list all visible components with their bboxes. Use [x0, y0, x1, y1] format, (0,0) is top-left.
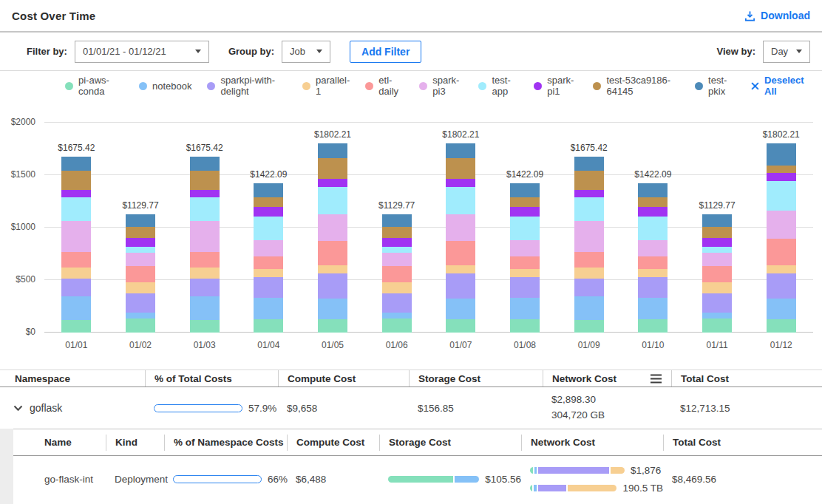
bar-segment-parallel-1[interactable]: [767, 265, 796, 273]
bar-segment-test-pkix[interactable]: [702, 214, 732, 228]
bar-segment-test-app[interactable]: [638, 217, 668, 239]
bar-segment-test-app[interactable]: [574, 197, 604, 221]
bar-segment-parallel-1[interactable]: [510, 269, 540, 277]
legend-item-test-app[interactable]: test-app: [478, 75, 518, 97]
bar-segment-spark-pi3[interactable]: [446, 214, 475, 241]
bar-segment-test-53ca9186-64145[interactable]: [574, 171, 604, 190]
legend-item-test-pkix[interactable]: test-pkix: [695, 75, 736, 97]
bar-segment-test-app[interactable]: [702, 247, 732, 253]
bar-segment-etl-daily[interactable]: [61, 252, 91, 268]
bar-segment-sparkpi-with-delight[interactable]: [382, 293, 412, 313]
bar-segment-pi-aws-conda[interactable]: [702, 319, 732, 333]
bar-segment-etl-daily[interactable]: [318, 241, 347, 265]
bar-segment-spark-pi3[interactable]: [702, 253, 732, 266]
bar-segment-notebook[interactable]: [61, 296, 91, 320]
bar-segment-etl-daily[interactable]: [574, 252, 604, 268]
bar-segment-spark-pi1[interactable]: [702, 238, 732, 247]
bar-segment-notebook[interactable]: [382, 313, 412, 319]
stacked-bar[interactable]: [254, 183, 283, 333]
bar-segment-test-app[interactable]: [318, 187, 347, 214]
bar-segment-etl-daily[interactable]: [382, 266, 412, 282]
bar-segment-spark-pi3[interactable]: [767, 211, 796, 239]
bar-segment-spark-pi3[interactable]: [382, 253, 412, 266]
bar-segment-sparkpi-with-delight[interactable]: [574, 279, 604, 296]
bar-segment-test-53ca9186-64145[interactable]: [126, 227, 155, 238]
bar-segment-test-53ca9186-64145[interactable]: [510, 197, 540, 207]
bar-segment-etl-daily[interactable]: [254, 256, 283, 270]
bar-segment-sparkpi-with-delight[interactable]: [190, 279, 220, 296]
stacked-bar[interactable]: [382, 214, 412, 333]
bar-segment-spark-pi3[interactable]: [61, 221, 91, 252]
stacked-bar[interactable]: [318, 143, 347, 333]
legend-item-pi-aws-conda[interactable]: pi-aws-conda: [65, 75, 123, 97]
bar-segment-test-pkix[interactable]: [638, 183, 668, 197]
bar-segment-etl-daily[interactable]: [510, 256, 540, 270]
stacked-bar[interactable]: [574, 157, 604, 333]
bar-segment-pi-aws-conda[interactable]: [190, 320, 220, 333]
bar-segment-test-pkix[interactable]: [190, 157, 220, 170]
chevron-down-icon[interactable]: [13, 405, 23, 412]
bar-segment-notebook[interactable]: [702, 313, 732, 319]
bar-segment-test-53ca9186-64145[interactable]: [638, 197, 668, 207]
bar-segment-spark-pi3[interactable]: [574, 221, 604, 252]
bar-segment-notebook[interactable]: [574, 296, 604, 320]
bar-segment-parallel-1[interactable]: [574, 268, 604, 279]
bar-segment-test-53ca9186-64145[interactable]: [702, 227, 732, 238]
legend-item-sparkpi-with-delight[interactable]: sparkpi-with-delight: [207, 75, 287, 97]
bar-segment-spark-pi1[interactable]: [254, 207, 283, 217]
bar-segment-etl-daily[interactable]: [767, 239, 796, 265]
bar-segment-spark-pi3[interactable]: [254, 240, 283, 256]
bar-segment-parallel-1[interactable]: [382, 282, 412, 293]
bar-segment-pi-aws-conda[interactable]: [510, 319, 540, 333]
bar-segment-spark-pi1[interactable]: [61, 190, 91, 198]
column-menu-icon[interactable]: [650, 374, 662, 384]
bar-segment-sparkpi-with-delight[interactable]: [446, 273, 475, 299]
bar-segment-sparkpi-with-delight[interactable]: [318, 273, 347, 299]
workload-row-go-flask-int[interactable]: go-flask-int Deployment 66% $6,488 $105.…: [13, 456, 822, 504]
bar-segment-test-app[interactable]: [190, 197, 220, 221]
bar-segment-test-pkix[interactable]: [510, 183, 540, 197]
bar-segment-test-app[interactable]: [446, 187, 475, 214]
bar-segment-notebook[interactable]: [318, 299, 347, 319]
bar-segment-notebook[interactable]: [510, 298, 540, 319]
bar-segment-test-pkix[interactable]: [574, 157, 604, 170]
bar-segment-notebook[interactable]: [767, 299, 796, 319]
stacked-bar[interactable]: [702, 214, 732, 333]
bar-segment-pi-aws-conda[interactable]: [767, 319, 796, 333]
bar-segment-test-pkix[interactable]: [446, 143, 475, 158]
legend-item-spark-pi1[interactable]: spark-pi1: [534, 75, 577, 97]
bar-segment-parallel-1[interactable]: [638, 269, 668, 277]
bar-segment-test-app[interactable]: [61, 197, 91, 221]
bar-segment-test-pkix[interactable]: [318, 143, 347, 158]
bar-segment-pi-aws-conda[interactable]: [446, 319, 475, 333]
view-by-dropdown[interactable]: Day: [763, 41, 810, 63]
stacked-bar[interactable]: [446, 143, 475, 333]
add-filter-button[interactable]: Add Filter: [350, 41, 421, 63]
bar-segment-sparkpi-with-delight[interactable]: [61, 279, 91, 296]
bar-segment-sparkpi-with-delight[interactable]: [702, 293, 732, 313]
bar-segment-test-pkix[interactable]: [767, 143, 796, 166]
bar-segment-test-pkix[interactable]: [61, 157, 91, 170]
bar-segment-notebook[interactable]: [446, 299, 475, 319]
bar-segment-etl-daily[interactable]: [702, 266, 732, 282]
bar-segment-etl-daily[interactable]: [126, 266, 155, 282]
bar-segment-sparkpi-with-delight[interactable]: [638, 277, 668, 298]
bar-segment-spark-pi1[interactable]: [767, 173, 796, 181]
bar-segment-test-app[interactable]: [254, 217, 283, 239]
bar-segment-test-53ca9186-64145[interactable]: [61, 171, 91, 190]
bar-segment-test-53ca9186-64145[interactable]: [767, 166, 796, 173]
legend-item-parallel-1[interactable]: parallel-1: [302, 75, 350, 97]
stacked-bar[interactable]: [510, 183, 540, 333]
bar-segment-parallel-1[interactable]: [318, 265, 347, 273]
bar-segment-notebook[interactable]: [126, 313, 155, 319]
bar-segment-spark-pi1[interactable]: [190, 190, 220, 198]
bar-segment-spark-pi3[interactable]: [126, 253, 155, 266]
bar-segment-test-53ca9186-64145[interactable]: [254, 197, 283, 207]
stacked-bar[interactable]: [126, 214, 155, 333]
bar-segment-spark-pi1[interactable]: [126, 238, 155, 247]
date-range-dropdown[interactable]: 01/01/21 - 01/12/21: [75, 41, 209, 63]
bar-segment-test-app[interactable]: [767, 181, 796, 211]
bar-segment-parallel-1[interactable]: [254, 269, 283, 277]
bar-segment-parallel-1[interactable]: [61, 268, 91, 279]
bar-segment-spark-pi3[interactable]: [638, 240, 668, 256]
